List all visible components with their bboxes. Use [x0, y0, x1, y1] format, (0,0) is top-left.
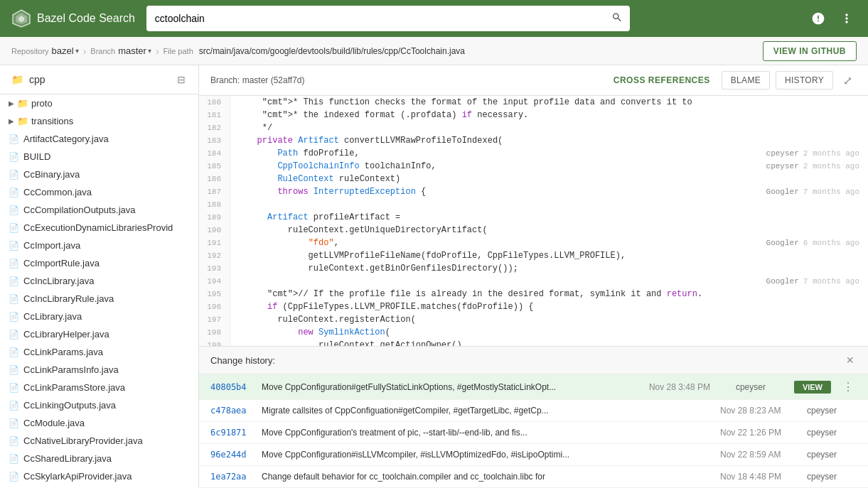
sidebar-file-12[interactable]: 📄CcLibrary.java	[0, 308, 198, 325]
history-row[interactable]: 6c91871 Move CppConfiguration's treatmen…	[199, 422, 868, 444]
file-icon: 📄	[9, 312, 19, 322]
line-number: 193	[199, 262, 230, 275]
history-button[interactable]: HISTORY	[776, 71, 833, 90]
sidebar-file-9[interactable]: 📄CcImportRule.java	[0, 254, 198, 272]
sidebar-file-15[interactable]: 📄CcLinkParamsInfo.java	[0, 361, 198, 379]
line-number: 184	[199, 147, 230, 160]
file-icon: 📄	[9, 134, 19, 144]
sidebar-file-6[interactable]: 📄CcCompilationOutputs.java	[0, 201, 198, 219]
sidebar-file-10[interactable]: 📄CcIncLibrary.java	[0, 272, 198, 290]
history-row[interactable]: 40805b4 Move CppConfiguration#getFullySt…	[199, 374, 868, 400]
line-number: 180	[199, 96, 230, 109]
commit-date: Nov 28 8:23 AM	[720, 406, 798, 416]
expand-button[interactable]: ⤢	[839, 72, 857, 89]
code-line: 185 CppToolchainInfo toolchainInfo,cpeys…	[199, 160, 868, 173]
commit-hash[interactable]: c478aea	[210, 406, 253, 416]
repository-selector[interactable]: bazel ▾	[52, 45, 79, 56]
sidebar-file-19[interactable]: 📄CcNativeLibraryProvider.java	[0, 432, 198, 450]
line-content: if (CppFileTypes.LLVM_PROFILE.matches(fd…	[230, 300, 868, 313]
line-number: 190	[199, 224, 230, 237]
folder-icon: 📁	[17, 98, 28, 109]
sidebar-file-8[interactable]: 📄CcImport.java	[0, 237, 198, 254]
commit-hash[interactable]: 40805b4	[210, 382, 253, 392]
file-icon: 📄	[9, 365, 19, 375]
commit-hash[interactable]: 96e244d	[210, 450, 253, 460]
sidebar-file-label: CcExecutionDynamicLibrariesProvid	[23, 222, 173, 233]
sidebar-file-21[interactable]: 📄CcSkylarkApiProvider.java	[0, 467, 198, 485]
commit-message: Move CppConfiguration#getFullyStaticLink…	[262, 382, 641, 392]
sidebar-group-transitions[interactable]: ▶📁transitions	[0, 112, 198, 130]
content-area: Branch: master (52aff7d) CROSS REFERENCE…	[199, 65, 868, 488]
history-table: 40805b4 Move CppConfiguration#getFullySt…	[199, 374, 868, 488]
commit-view-button[interactable]: VIEW	[794, 381, 831, 394]
commit-message: Move CppConfiguration#isLLVMcompiler, #i…	[262, 450, 712, 460]
commit-more-button[interactable]: ⋮	[840, 380, 857, 394]
sidebar-file-label: BUILD	[23, 151, 50, 162]
commit-author: cpeyser	[807, 472, 857, 482]
code-line: 194Googler7 months ago	[199, 275, 868, 288]
line-content: ruleContext.getBinOrGenfilesDirectory())…	[230, 262, 868, 275]
commit-message: Move CppConfiguration's treatment of pic…	[262, 428, 712, 438]
sidebar-file-3[interactable]: 📄BUILD	[0, 148, 198, 166]
expand-arrow-icon: ▶	[9, 117, 14, 125]
sidebar-group-label: proto	[31, 98, 53, 109]
sidebar-file-4[interactable]: 📄CcBinary.java	[0, 166, 198, 183]
file-icon: 📄	[9, 170, 19, 180]
blame-author: Googler	[766, 185, 799, 198]
line-number: 188	[199, 198, 230, 211]
view-github-button[interactable]: VIEW IN GITHUB	[763, 41, 857, 61]
line-content: Artifact profileArtifact =	[230, 211, 868, 224]
file-icon: 📄	[9, 276, 19, 286]
sidebar-file-11[interactable]: 📄CcIncLibraryRule.java	[0, 290, 198, 308]
commit-hash[interactable]: 1ea72aa	[210, 472, 253, 482]
notification-button[interactable]	[808, 9, 828, 28]
sidebar-file-label: CcLibrary.java	[23, 311, 82, 322]
code-view[interactable]: 180 "cmt">* This function checks the for…	[199, 96, 868, 346]
sidebar-file-5[interactable]: 📄CcCommon.java	[0, 183, 198, 201]
branch-breadcrumb: Branch master ▾	[90, 45, 151, 56]
blame-time: 7 months ago	[803, 185, 859, 198]
history-row[interactable]: c478aea Migrate callsites of CppConfigua…	[199, 400, 868, 422]
branch-selector[interactable]: master ▾	[118, 45, 151, 56]
sidebar-file-label: CcSharedLibrary.java	[23, 453, 112, 464]
blame-button[interactable]: BLAME	[722, 71, 770, 90]
sidebar-file-18[interactable]: 📄CcModule.java	[0, 414, 198, 432]
file-icon: 📄	[9, 241, 19, 251]
commit-hash[interactable]: 6c91871	[210, 428, 253, 438]
search-button[interactable]	[610, 11, 624, 27]
more-options-button[interactable]	[837, 9, 857, 28]
line-number: 195	[199, 288, 230, 300]
file-icon: 📄	[9, 401, 19, 411]
sidebar-file-16[interactable]: 📄CcLinkParamsStore.java	[0, 379, 198, 396]
sidebar-header: 📁 cpp ⊟	[0, 65, 198, 94]
cross-references-button[interactable]: CROSS REFERENCES	[608, 72, 716, 89]
file-icon: 📄	[9, 472, 19, 482]
history-close-button[interactable]: ×	[843, 354, 857, 367]
repository-label: Repository	[11, 47, 49, 55]
line-number: 181	[199, 109, 230, 121]
history-row[interactable]: 1ea72aa Change default behavior for cc_t…	[199, 466, 868, 488]
sidebar-file-13[interactable]: 📄CcLibraryHelper.java	[0, 325, 198, 343]
search-input[interactable]	[146, 6, 630, 31]
code-line: 198 new SymlinkAction(	[199, 326, 868, 339]
history-row[interactable]: 96e244d Move CppConfiguration#isLLVMcomp…	[199, 444, 868, 466]
line-content	[230, 198, 868, 211]
sidebar-file-20[interactable]: 📄CcSharedLibrary.java	[0, 450, 198, 467]
code-line: 184 Path fdoProfile,cpeyser2 months ago	[199, 147, 868, 160]
line-number: 185	[199, 160, 230, 173]
sidebar-group-proto[interactable]: ▶📁proto	[0, 94, 198, 112]
file-icon: 📄	[9, 223, 19, 233]
line-number: 199	[199, 339, 230, 346]
code-line: 190 ruleContext.getUniqueDirectoryArtifa…	[199, 224, 868, 237]
sidebar-file-14[interactable]: 📄CcLinkParams.java	[0, 343, 198, 361]
file-icon: 📄	[9, 188, 19, 197]
header-actions	[808, 9, 857, 28]
sidebar-file-17[interactable]: 📄CcLinkingOutputs.java	[0, 396, 198, 414]
blame-author: cpeyser	[766, 147, 799, 160]
sidebar-collapse-button[interactable]: ⊟	[176, 72, 187, 87]
sidebar-file-7[interactable]: 📄CcExecutionDynamicLibrariesProvid	[0, 219, 198, 237]
sidebar-file-2[interactable]: 📄ArtifactCategory.java	[0, 130, 198, 148]
file-icon: 📄	[9, 152, 19, 162]
code-line: 180 "cmt">* This function checks the for…	[199, 96, 868, 109]
code-line: 199 ruleContext.getActionOwner(),	[199, 339, 868, 346]
